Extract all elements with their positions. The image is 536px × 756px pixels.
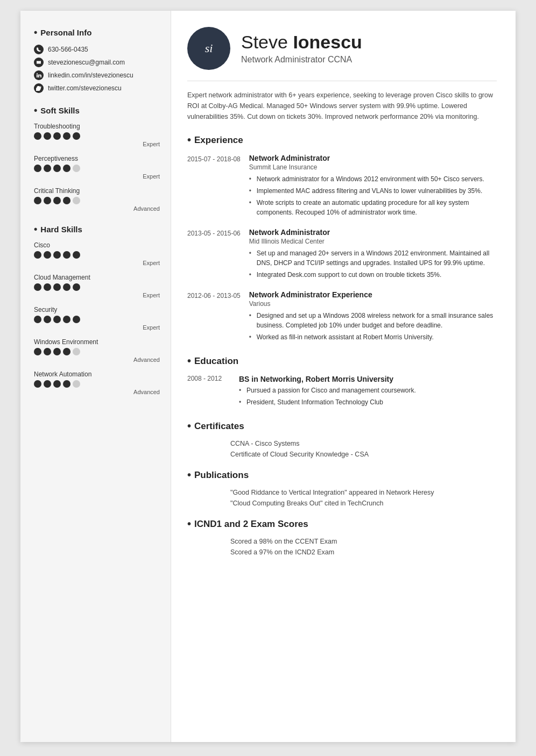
dot-2: [44, 165, 51, 172]
exp-bullet: Designed and set up a Windows 2008 wirel…: [249, 311, 497, 330]
svg-point-2: [37, 73, 38, 74]
edu-bullets: Pursued a passion for Cisco and manageme…: [239, 386, 497, 407]
exp-title: Network Administrator Experience: [249, 290, 497, 299]
skill-dots: [34, 197, 160, 204]
skill-windows-environment: Windows Environment Advanced: [34, 338, 160, 363]
dot-5: [73, 132, 80, 140]
dot-4: [63, 165, 70, 172]
exp-bullet: Set up and managed 20+ servers in a Wind…: [249, 248, 497, 268]
skill-cloud-management: Cloud Management Expert: [34, 274, 160, 298]
linkedin-icon: [34, 70, 44, 80]
exp-content: Network Administrator Experience Various…: [249, 290, 497, 344]
skill-name: Network Automation: [34, 370, 160, 378]
first-name: Steve: [241, 32, 293, 52]
exp-company: Mid Illinois Medical Center: [249, 238, 497, 245]
skill-dots: [34, 132, 160, 140]
experience-section: Experience 2015-07 - 2018-08 Network Adm…: [187, 134, 497, 344]
contact-twitter: twitter.com/stevezionescu: [34, 83, 160, 93]
skill-level: Expert: [34, 260, 160, 266]
certificates-section: Certificates CCNA - Cisco Systems Certif…: [187, 420, 497, 458]
phone-text: 630-566-0435: [48, 46, 88, 53]
dot-5-empty: [73, 197, 80, 204]
experience-header: Experience: [187, 134, 497, 146]
job-title: Network Administrator CCNA: [241, 55, 362, 65]
svg-rect-1: [37, 75, 38, 78]
skill-level: Advanced: [34, 389, 160, 395]
exp-bullet: Wrote scripts to create an automatic upd…: [249, 198, 497, 217]
exp-content: Network Administrator Mid Illinois Medic…: [249, 228, 497, 282]
dot-3: [53, 132, 61, 140]
twitter-icon: [34, 83, 44, 93]
exp-dates: 2013-05 - 2015-06: [187, 228, 241, 282]
skill-level: Expert: [34, 141, 160, 147]
dot-3: [53, 197, 61, 204]
pub-item-2: "Cloud Computing Breaks Out" cited in Te…: [187, 500, 497, 507]
edu-bullet: Pursued a passion for Cisco and manageme…: [239, 386, 497, 395]
exp-bullets: Set up and managed 20+ servers in a Wind…: [249, 248, 497, 280]
name-title: Steve Ionescu Network Administrator CCNA: [241, 32, 362, 64]
dot-5-empty: [73, 165, 80, 172]
exp-bullets: Network administrator for a Windows 2012…: [249, 174, 497, 217]
skill-name: Windows Environment: [34, 338, 160, 346]
personal-info-header: Personal Info: [34, 27, 160, 38]
experience-item-2: 2013-05 - 2015-06 Network Administrator …: [187, 228, 497, 282]
dot-1: [34, 197, 41, 204]
skill-cisco: Cisco Expert: [34, 241, 160, 266]
last-name: Ionescu: [293, 32, 362, 52]
dot-4: [63, 132, 70, 140]
certificates-header: Certificates: [187, 420, 497, 432]
header-section: si Steve Ionescu Network Administrator C…: [187, 27, 497, 70]
contact-email: stevezionescu@gmail.com: [34, 58, 160, 67]
education-section: Education 2008 - 2012 BS in Networking, …: [187, 355, 497, 409]
exp-bullet: Integrated Desk.com support to cut down …: [249, 270, 497, 280]
dot-2: [44, 132, 51, 140]
soft-skills-section: Soft Skills Troubleshooting Expert Perce…: [34, 105, 160, 212]
avatar: si: [187, 27, 230, 70]
hard-skills-header: Hard Skills: [34, 224, 160, 235]
twitter-text: twitter.com/stevezionescu: [48, 84, 122, 92]
avatar-initials: si: [205, 41, 213, 55]
skill-perceptiveness: Perceptiveness Expert: [34, 155, 160, 180]
email-text: stevezionescu@gmail.com: [48, 59, 125, 66]
edu-content: BS in Networking, Robert Morris Universi…: [239, 375, 497, 409]
publications-header: Publications: [187, 469, 497, 481]
exp-dates: 2012-06 - 2013-05: [187, 290, 241, 344]
exp-title: Network Administrator: [249, 228, 497, 237]
skill-security: Security Expert: [34, 306, 160, 331]
contact-phone: 630-566-0435: [34, 45, 160, 54]
exp-bullet: Worked as fill-in network assistant at R…: [249, 332, 497, 342]
skill-dots: [34, 283, 160, 291]
skill-level: Advanced: [34, 205, 160, 212]
skill-name: Cisco: [34, 241, 160, 249]
exp-dates: 2015-07 - 2018-08: [187, 154, 241, 219]
personal-info-section: Personal Info 630-566-0435 stevezionescu…: [34, 27, 160, 93]
skill-dots: [34, 165, 160, 172]
exam-item-1: Scored a 98% on the CCENT Exam: [187, 538, 497, 545]
edu-bullet: President, Student Information Technolog…: [239, 397, 497, 407]
skill-troubleshooting: Troubleshooting Expert: [34, 123, 160, 147]
skill-level: Advanced: [34, 356, 160, 363]
exp-content: Network Administrator Summit Lane Insura…: [249, 154, 497, 219]
cert-item-1: CCNA - Cisco Systems: [187, 440, 497, 447]
pub-item-1: "Good Riddance to Vertical Integration" …: [187, 489, 497, 496]
contact-linkedin: linkedin.com/in/stevezionescu: [34, 70, 160, 80]
exams-header: ICND1 and 2 Exam Scores: [187, 518, 497, 530]
skill-dots: [34, 380, 160, 388]
edu-item-1: 2008 - 2012 BS in Networking, Robert Mor…: [187, 375, 497, 409]
left-column: Personal Info 630-566-0435 stevezionescu…: [20, 11, 171, 742]
summary: Expert network administrator with 6+ yea…: [187, 81, 497, 122]
skill-dots: [34, 316, 160, 323]
skill-network-automation: Network Automation Advanced: [34, 370, 160, 395]
skill-dots: [34, 251, 160, 259]
exam-item-2: Scored a 97% on the ICND2 Exam: [187, 548, 497, 556]
exp-title: Network Administrator: [249, 154, 497, 162]
dot-2: [44, 197, 51, 204]
phone-icon: [34, 45, 44, 54]
skill-dots: [34, 348, 160, 355]
skill-name: Troubleshooting: [34, 123, 160, 130]
exp-company: Various: [249, 300, 497, 308]
exp-bullet: Network administrator for a Windows 2012…: [249, 174, 497, 184]
dot-1: [34, 132, 41, 140]
publications-section: Publications "Good Riddance to Vertical …: [187, 469, 497, 507]
soft-skills-header: Soft Skills: [34, 105, 160, 116]
